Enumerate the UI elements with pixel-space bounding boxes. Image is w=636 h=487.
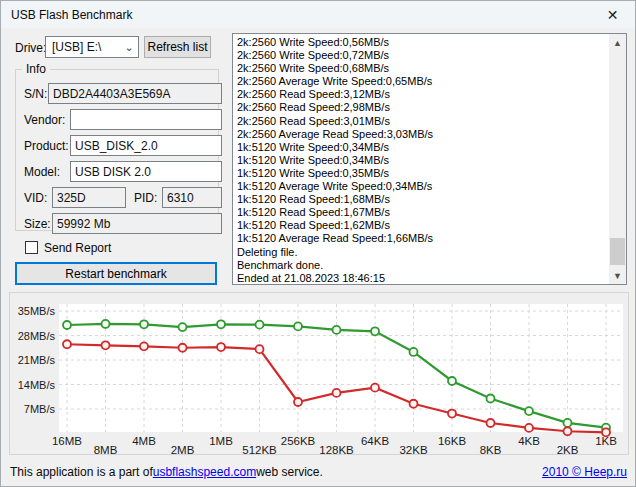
send-report-label: Send Report <box>44 241 111 255</box>
svg-text:64KB: 64KB <box>361 435 389 447</box>
scroll-up-icon[interactable]: ▲ <box>609 34 626 51</box>
model-label: Model: <box>24 165 60 179</box>
log-line: 2k:2560 Read Speed:2,98MB/s <box>237 101 606 114</box>
product-label: Product: <box>24 139 69 153</box>
vid-field[interactable]: 325D <box>52 187 126 208</box>
benchmark-log[interactable]: 2k:2560 Write Speed:0,56MB/s2k:2560 Writ… <box>232 33 627 285</box>
product-field[interactable]: USB_DISK_2.0 <box>70 135 222 156</box>
svg-text:32KB: 32KB <box>399 444 427 454</box>
titlebar: USB Flash Benchmark ✕ <box>1 1 635 28</box>
close-icon[interactable]: ✕ <box>590 1 635 28</box>
app-window: USB Flash Benchmark ✕ Drive: [USB] E:\ ⌄… <box>0 0 636 487</box>
svg-text:8MB: 8MB <box>94 444 118 454</box>
benchmark-chart: 35MB/s28MB/s21MB/s14MB/s7MB/s16MB8MB4MB2… <box>10 293 628 454</box>
scrollbar-thumb[interactable] <box>610 238 625 265</box>
svg-text:35MB/s: 35MB/s <box>18 305 56 317</box>
restart-benchmark-button[interactable]: Restart benchmark <box>15 262 217 285</box>
log-line: 2k:2560 Write Speed:0,72MB/s <box>237 49 606 62</box>
heep-link[interactable]: 2010 © Heep.ru <box>542 465 627 479</box>
log-line: 2k:2560 Read Speed:3,12MB/s <box>237 88 606 101</box>
send-report-checkbox[interactable] <box>25 241 38 254</box>
svg-text:512KB: 512KB <box>242 444 277 454</box>
log-line: 1k:5120 Write Speed:0,34MB/s <box>237 141 606 154</box>
log-line: Benchmark done. <box>237 259 606 272</box>
svg-text:16KB: 16KB <box>438 435 466 447</box>
log-line: 2k:2560 Write Speed:0,56MB/s <box>237 36 606 49</box>
refresh-list-button[interactable]: Refresh list <box>144 36 211 58</box>
svg-text:2MB: 2MB <box>171 444 195 454</box>
log-line: 2k:2560 Average Write Speed:0,65MB/s <box>237 75 606 88</box>
svg-text:4MB: 4MB <box>132 435 156 447</box>
scroll-down-icon[interactable]: ▼ <box>609 267 626 284</box>
status-text-suffix: web service. <box>256 465 323 479</box>
log-line: 2k:2560 Write Speed:0,68MB/s <box>237 62 606 75</box>
sn-field[interactable]: DBD2A4403A3E569A <box>48 83 222 104</box>
statusbar: This application is a part of usbflashsp… <box>10 463 627 481</box>
log-lines: 2k:2560 Write Speed:0,56MB/s2k:2560 Writ… <box>237 36 606 285</box>
svg-text:14MB/s: 14MB/s <box>18 379 56 391</box>
svg-text:16MB: 16MB <box>52 435 82 447</box>
status-text-prefix: This application is a part of <box>10 465 153 479</box>
svg-text:2KB: 2KB <box>557 444 579 454</box>
log-line: 2k:2560 Read Speed:3,01MB/s <box>237 115 606 128</box>
svg-text:21MB/s: 21MB/s <box>18 354 56 366</box>
vid-label: VID: <box>24 191 47 205</box>
chevron-down-icon: ⌄ <box>120 41 138 54</box>
log-line: 1k:5120 Read Speed:1,62MB/s <box>237 219 606 232</box>
svg-text:28MB/s: 28MB/s <box>18 330 56 342</box>
sn-label: S/N: <box>24 87 47 101</box>
drive-select-value: [USB] E:\ <box>46 40 120 54</box>
svg-text:128KB: 128KB <box>319 444 354 454</box>
log-line: 2k:2560 Average Read Speed:3,03MB/s <box>237 128 606 141</box>
log-line: 1k:5120 Read Speed:1,67MB/s <box>237 206 606 219</box>
speed-chart-panel: 35MB/s28MB/s21MB/s14MB/s7MB/s16MB8MB4MB2… <box>9 292 629 455</box>
pid-label: PID: <box>134 191 157 205</box>
log-line: 1k:5120 Average Write Speed:0,34MB/s <box>237 180 606 193</box>
vendor-label: Vendor: <box>24 113 65 127</box>
drive-select[interactable]: [USB] E:\ ⌄ <box>45 36 139 58</box>
log-line: 1k:5120 Read Speed:1,68MB/s <box>237 193 606 206</box>
usbflashspeed-link[interactable]: usbflashspeed.com <box>153 465 256 479</box>
pid-field[interactable]: 6310 <box>162 187 222 208</box>
info-group-label: Info <box>22 62 50 76</box>
svg-text:8KB: 8KB <box>480 444 502 454</box>
log-scrollbar[interactable]: ▲ ▼ <box>609 34 626 284</box>
info-group: Info S/N: DBD2A4403A3E569A Vendor: Produ… <box>15 69 219 231</box>
log-line: Ended at 21.08.2023 18:46:15 <box>237 272 606 285</box>
svg-text:1KB: 1KB <box>595 435 617 447</box>
vendor-field[interactable] <box>70 109 222 130</box>
svg-text:1MB: 1MB <box>209 435 233 447</box>
log-line: Deleting file. <box>237 246 606 259</box>
window-title: USB Flash Benchmark <box>11 8 132 22</box>
svg-text:256KB: 256KB <box>281 435 316 447</box>
log-line: 1k:5120 Average Read Speed:1,66MB/s <box>237 232 606 245</box>
svg-text:7MB/s: 7MB/s <box>24 403 56 415</box>
log-line: 1k:5120 Write Speed:0,35MB/s <box>237 167 606 180</box>
model-field[interactable]: USB DISK 2.0 <box>70 161 222 182</box>
drive-label: Drive: <box>15 41 46 55</box>
size-label: Size: <box>24 217 51 231</box>
size-field[interactable]: 59992 Mb <box>52 213 222 234</box>
log-line: 1k:5120 Write Speed:0,34MB/s <box>237 154 606 167</box>
svg-text:4KB: 4KB <box>518 435 540 447</box>
